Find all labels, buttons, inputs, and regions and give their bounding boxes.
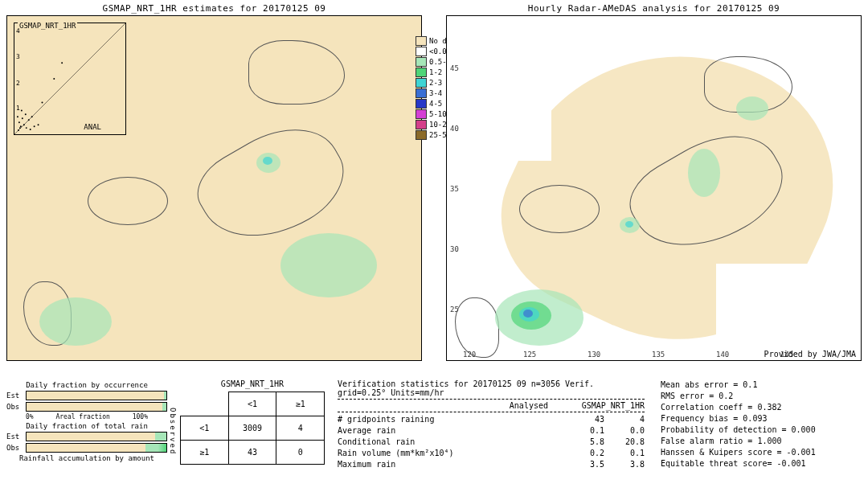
provided-label: Provided by JWA/JMA [764,350,856,359]
verif-row: Rain volume (mm*km²x10⁴)0.20.1 [338,448,645,459]
left-map-panel: GSMAP_NRT_1HR estimates for 20170125 09 … [6,3,422,373]
stat-line: Equitable threat score= -0.001 [661,458,862,469]
svg-point-11 [21,109,23,111]
svg-point-17 [53,78,55,80]
svg-point-5 [26,127,27,129]
verif-row: # gridpoints raining434 [338,414,645,425]
verif-row: Average rain0.10.0 [338,425,645,437]
svg-point-7 [30,129,31,130]
verification-panel: Verification statistics for 20170125 09 … [338,379,862,486]
contingency-table: <1≥1 <130094 ≥1430 [180,392,325,465]
stat-line: Mean abs error = 0.1 [661,379,862,391]
right-map-title: Hourly Radar-AMeDAS analysis for 2017012… [446,3,862,14]
svg-point-2 [20,125,22,127]
svg-point-15 [19,127,21,129]
fraction-panel: Daily fraction by occurrence Est Obs 0%A… [6,379,167,486]
svg-point-8 [17,116,18,117]
svg-point-13 [25,113,27,115]
anal-label: ANAL [84,123,101,131]
left-map-frame: GSMAP_NRT_1HR 4 3 2 [6,15,422,361]
contingency-panel: GSMAP_NRT_1HR Observed <1≥1 <130094 ≥143… [180,379,325,486]
svg-text:4: 4 [16,27,20,35]
verif-row: Maximum rain3.53.8 [338,459,645,470]
svg-point-12 [38,124,39,125]
stat-line: Probability of detection = 0.000 [661,424,862,436]
svg-text:3: 3 [16,53,20,60]
right-map-panel: Hourly Radar-AMeDAS analysis for 2017012… [446,3,862,373]
stat-line: Hanssen & Kuipers score = -0.001 [661,447,862,458]
svg-point-3 [23,124,25,125]
svg-text:2: 2 [16,80,20,87]
stat-line: False alarm ratio = 1.000 [661,436,862,447]
right-map-frame: 120 125 130 135 140 145 45 40 35 30 25 P… [446,15,862,361]
svg-point-4 [18,121,20,123]
svg-point-14 [31,116,33,117]
svg-point-6 [22,117,23,119]
svg-point-1 [18,129,19,131]
svg-point-9 [28,119,30,121]
stat-line: Correlation coeff = 0.382 [661,402,862,413]
stat-line: RMS error = 0.2 [661,391,862,402]
svg-point-18 [61,62,63,64]
svg-text:1: 1 [16,105,20,112]
svg-point-16 [42,102,43,104]
left-map-title: GSMAP_NRT_1HR estimates for 20170125 09 [6,3,422,14]
inset-scatter: GSMAP_NRT_1HR 4 3 2 [14,23,126,135]
svg-point-10 [34,125,35,127]
stat-line: Frequency bias = 0.093 [661,413,862,424]
verif-row: Conditional rain5.820.8 [338,437,645,448]
svg-line-0 [14,23,125,134]
